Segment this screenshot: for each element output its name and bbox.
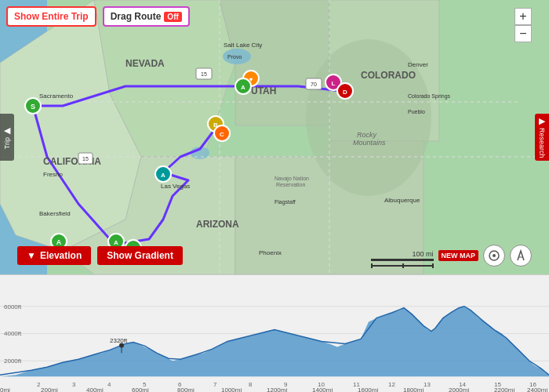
svg-text:Fresno: Fresno bbox=[43, 171, 63, 178]
svg-text:13: 13 bbox=[424, 381, 431, 388]
sidebar-left-label: Trip bbox=[3, 137, 11, 149]
sidebar-left-toggle[interactable]: ◀ Trip bbox=[0, 114, 14, 161]
svg-text:Provo: Provo bbox=[227, 54, 242, 60]
svg-text:Salt Lake City: Salt Lake City bbox=[224, 42, 262, 49]
svg-text:200mi: 200mi bbox=[41, 387, 58, 392]
svg-text:4000ft: 4000ft bbox=[4, 331, 22, 338]
left-arrow-icon: ◀ bbox=[4, 125, 10, 136]
terrain-icon-button[interactable] bbox=[483, 245, 505, 267]
svg-rect-66 bbox=[371, 263, 373, 268]
scale-line bbox=[371, 259, 434, 261]
chevron-down-icon: ▼ bbox=[27, 250, 36, 261]
svg-text:C: C bbox=[220, 131, 224, 138]
svg-text:2000mi: 2000mi bbox=[449, 387, 469, 392]
svg-text:Rocky: Rocky bbox=[357, 131, 377, 139]
svg-text:15: 15 bbox=[82, 156, 89, 162]
elevation-button[interactable]: ▼ Elevation bbox=[17, 246, 91, 265]
show-gradient-button[interactable]: Show Gradient bbox=[97, 246, 183, 265]
svg-text:Pueblo: Pueblo bbox=[408, 109, 425, 114]
elevation-chart: 2000ft 4000ft 6000ft 2320ft 2 3 4 5 6 7 … bbox=[0, 274, 549, 392]
svg-text:Bakersfield: Bakersfield bbox=[39, 210, 71, 217]
svg-text:COLORADO: COLORADO bbox=[361, 70, 416, 81]
svg-text:Navajo Nation: Navajo Nation bbox=[274, 176, 309, 182]
right-arrow-icon: ▶ bbox=[539, 116, 545, 126]
svg-text:1200mi: 1200mi bbox=[267, 387, 287, 392]
svg-text:4: 4 bbox=[107, 381, 111, 388]
scale-label: 100 mi bbox=[371, 250, 434, 258]
svg-text:12: 12 bbox=[388, 381, 395, 388]
svg-text:7: 7 bbox=[213, 381, 217, 388]
zoom-out-button[interactable]: − bbox=[514, 25, 532, 42]
svg-text:1000mi: 1000mi bbox=[221, 387, 242, 392]
svg-text:Colorado Springs: Colorado Springs bbox=[408, 93, 451, 100]
svg-text:D: D bbox=[343, 89, 347, 96]
svg-text:2400mi: 2400mi bbox=[527, 387, 547, 392]
svg-rect-67 bbox=[402, 263, 404, 268]
svg-text:70: 70 bbox=[311, 82, 317, 87]
top-controls: Show Entire Trip Drag Route Off bbox=[6, 6, 190, 27]
svg-text:1400mi: 1400mi bbox=[312, 387, 333, 392]
svg-text:1800mi: 1800mi bbox=[403, 387, 424, 392]
svg-text:UTAH: UTAH bbox=[251, 85, 276, 96]
svg-text:Albuquerque: Albuquerque bbox=[384, 197, 420, 204]
svg-text:800mi: 800mi bbox=[177, 387, 195, 392]
svg-rect-68 bbox=[432, 263, 434, 268]
svg-text:A: A bbox=[241, 84, 245, 91]
svg-text:Sacramento: Sacramento bbox=[39, 93, 74, 100]
svg-text:L: L bbox=[332, 80, 336, 87]
svg-text:600mi: 600mi bbox=[132, 387, 149, 392]
svg-text:A: A bbox=[161, 172, 165, 179]
svg-text:1600mi: 1600mi bbox=[358, 387, 378, 392]
drag-route-state: Off bbox=[164, 12, 181, 22]
drag-route-button[interactable]: Drag Route Off bbox=[103, 6, 190, 27]
svg-text:0mi: 0mi bbox=[0, 387, 10, 392]
show-entire-trip-button[interactable]: Show Entire Trip bbox=[6, 6, 96, 27]
svg-text:Reservation: Reservation bbox=[276, 182, 305, 187]
svg-point-70 bbox=[493, 254, 496, 257]
map-area: NEVADA CALIFORNIA UTAH COLORADO ARIZONA … bbox=[0, 0, 549, 274]
svg-text:Denver: Denver bbox=[408, 61, 428, 68]
drag-route-label: Drag Route bbox=[111, 11, 162, 22]
bottom-controls: ▼ Elevation Show Gradient 100 mi NEW MAP bbox=[0, 245, 549, 267]
sidebar-right-label: Research bbox=[538, 128, 546, 158]
svg-text:400mi: 400mi bbox=[86, 387, 104, 392]
svg-text:NEVADA: NEVADA bbox=[125, 58, 165, 69]
svg-text:2320ft: 2320ft bbox=[110, 337, 128, 344]
road-icon-button[interactable] bbox=[510, 245, 532, 267]
svg-text:8: 8 bbox=[249, 381, 253, 388]
svg-text:3: 3 bbox=[72, 381, 76, 388]
new-map-button[interactable]: NEW MAP bbox=[438, 250, 479, 261]
sidebar-right-toggle[interactable]: ▶ Research bbox=[535, 114, 549, 161]
svg-text:2200mi: 2200mi bbox=[494, 387, 514, 392]
zoom-in-button[interactable]: + bbox=[514, 8, 532, 25]
scale-bar: 100 mi NEW MAP bbox=[371, 245, 533, 267]
svg-text:Flagstaff: Flagstaff bbox=[274, 199, 296, 205]
svg-text:2000ft: 2000ft bbox=[4, 358, 22, 365]
zoom-controls: + − bbox=[514, 8, 532, 42]
svg-text:6000ft: 6000ft bbox=[4, 303, 22, 310]
svg-text:S: S bbox=[31, 103, 35, 111]
svg-text:Mountains: Mountains bbox=[353, 139, 386, 147]
svg-text:15: 15 bbox=[201, 71, 207, 77]
svg-text:Las Vegas: Las Vegas bbox=[161, 183, 190, 190]
svg-text:ARIZONA: ARIZONA bbox=[196, 219, 239, 230]
elevation-label: Elevation bbox=[40, 250, 82, 261]
